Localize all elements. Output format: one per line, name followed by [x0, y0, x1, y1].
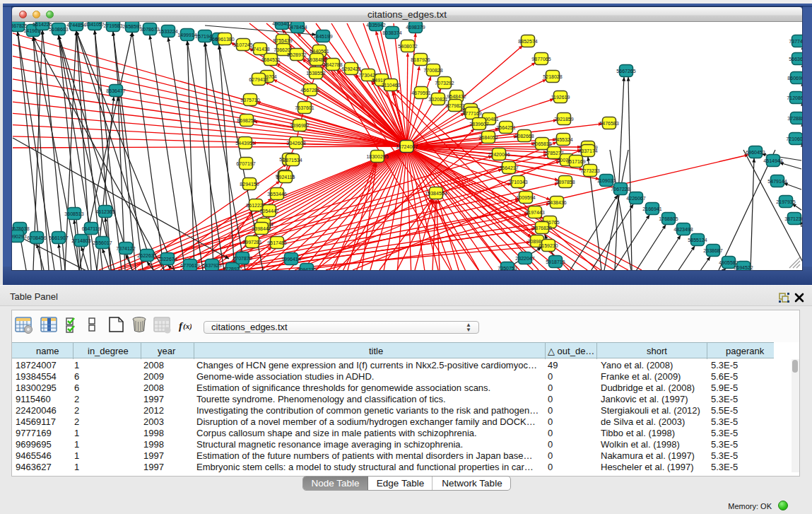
- svg-text:1445199: 1445199: [313, 34, 332, 39]
- svg-text:3684052: 3684052: [478, 135, 498, 140]
- svg-text:5661907: 5661907: [49, 235, 68, 240]
- svg-text:2458591: 2458591: [122, 24, 141, 29]
- svg-text:2322047: 2322047: [515, 256, 534, 261]
- svg-text:2867825: 2867825: [12, 23, 28, 28]
- svg-text:4905582: 4905582: [719, 260, 738, 265]
- svg-text:6279418: 6279418: [249, 77, 268, 82]
- svg-text:4226067: 4226067: [626, 196, 645, 201]
- svg-text:9996414: 9996414: [281, 257, 300, 262]
- svg-text:7273233: 7273233: [580, 168, 599, 173]
- svg-text:9897858: 9897858: [555, 180, 575, 185]
- svg-text:7455324: 7455324: [553, 137, 572, 142]
- svg-text:3342608: 3342608: [286, 141, 305, 146]
- svg-text:3653446: 3653446: [267, 192, 286, 197]
- svg-text:4842788: 4842788: [323, 62, 342, 67]
- svg-text:7374122: 7374122: [116, 246, 135, 251]
- svg-text:5528972: 5528972: [287, 52, 306, 57]
- svg-text:1768805: 1768805: [659, 216, 678, 221]
- svg-text:7210606: 7210606: [786, 136, 802, 141]
- svg-text:6440561: 6440561: [310, 49, 329, 54]
- svg-text:6159230: 6159230: [539, 243, 558, 248]
- svg-text:6292423: 6292423: [341, 66, 360, 71]
- svg-text:9548432: 9548432: [447, 94, 466, 99]
- svg-text:5663623: 5663623: [789, 57, 802, 62]
- svg-text:8606962: 8606962: [787, 76, 802, 81]
- svg-text:3094235: 3094235: [297, 267, 316, 271]
- svg-text:2839607: 2839607: [469, 122, 488, 127]
- svg-text:7120868: 7120868: [787, 95, 802, 100]
- svg-text:2338687: 2338687: [703, 248, 722, 253]
- svg-text:5855124: 5855124: [688, 238, 707, 243]
- svg-text:2556017: 2556017: [93, 240, 112, 245]
- svg-text:18300295: 18300295: [366, 154, 388, 159]
- svg-text:6960453: 6960453: [746, 150, 765, 155]
- svg-text:8698256: 8698256: [237, 118, 256, 123]
- svg-text:2166941: 2166941: [642, 206, 661, 211]
- svg-text:8536477: 8536477: [106, 88, 125, 93]
- svg-text:9517169: 9517169: [566, 159, 585, 164]
- svg-text:(x): (x): [183, 322, 192, 331]
- svg-text:2921859: 2921859: [554, 117, 573, 122]
- svg-text:8707870: 8707870: [233, 256, 252, 261]
- svg-text:2871534: 2871534: [283, 158, 302, 163]
- svg-text:7067228: 7067228: [611, 187, 630, 192]
- svg-text:8755439: 8755439: [273, 38, 292, 43]
- svg-text:4335942: 4335942: [366, 23, 385, 28]
- svg-text:9517485: 9517485: [267, 240, 286, 245]
- svg-text:1938483: 1938483: [307, 57, 326, 62]
- svg-text:7350753: 7350753: [498, 266, 517, 271]
- svg-text:1533224: 1533224: [158, 29, 177, 34]
- svg-text:3997281: 3997281: [242, 240, 261, 245]
- svg-text:7073292: 7073292: [435, 81, 454, 86]
- svg-text:3564217: 3564217: [499, 165, 518, 170]
- svg-text:4567281: 4567281: [300, 88, 319, 93]
- svg-text:4684531: 4684531: [261, 57, 280, 62]
- svg-text:8038374: 8038374: [382, 30, 401, 35]
- svg-text:4698379: 4698379: [406, 25, 425, 30]
- svg-text:6707197: 6707197: [236, 161, 255, 166]
- svg-text:6770619: 6770619: [180, 263, 199, 268]
- svg-text:3564251: 3564251: [496, 125, 515, 130]
- svg-text:5218028: 5218028: [543, 74, 562, 79]
- svg-text:18724007: 18724007: [396, 144, 418, 149]
- svg-text:8090293: 8090293: [12, 234, 27, 239]
- svg-text:3608513: 3608513: [64, 211, 83, 216]
- svg-text:3871230: 3871230: [784, 216, 802, 221]
- svg-text:5667265: 5667265: [616, 69, 635, 74]
- svg-text:1009594: 1009594: [516, 195, 535, 200]
- svg-text:9398441: 9398441: [252, 226, 271, 231]
- svg-text:2065818: 2065818: [532, 141, 551, 146]
- svg-text:8294150: 8294150: [240, 182, 259, 187]
- svg-text:3320821: 3320821: [428, 97, 447, 102]
- svg-text:9375710: 9375710: [240, 98, 259, 103]
- svg-text:4823498: 4823498: [673, 227, 693, 232]
- svg-text:2719583: 2719583: [103, 23, 122, 28]
- svg-text:4514944: 4514944: [763, 158, 782, 163]
- svg-text:7022674: 7022674: [158, 257, 177, 262]
- svg-text:4744854: 4744854: [66, 23, 86, 28]
- svg-text:5437923: 5437923: [202, 263, 221, 268]
- svg-text:1538552: 1538552: [306, 71, 325, 76]
- svg-text:3710343: 3710343: [508, 180, 527, 185]
- svg-text:8082668: 8082668: [514, 134, 534, 139]
- svg-text:9478454: 9478454: [288, 25, 307, 30]
- svg-text:5408072: 5408072: [398, 44, 417, 49]
- svg-text:4679591: 4679591: [411, 90, 430, 95]
- svg-text:7377459: 7377459: [789, 39, 802, 44]
- svg-text:7700828: 7700828: [423, 68, 442, 73]
- svg-text:6708456: 6708456: [27, 235, 46, 240]
- svg-text:5108603: 5108603: [49, 27, 68, 32]
- svg-text:6647119: 6647119: [82, 226, 101, 231]
- svg-text:5924115: 5924115: [276, 175, 295, 180]
- svg-text:2694522: 2694522: [734, 265, 753, 270]
- svg-text:19384554: 19384554: [425, 191, 447, 196]
- svg-text:5443951: 5443951: [235, 141, 254, 146]
- svg-text:1192619: 1192619: [551, 95, 570, 100]
- svg-text:6438436: 6438436: [547, 200, 566, 205]
- svg-text:2622631: 2622631: [137, 253, 156, 258]
- svg-text:22420046: 22420046: [488, 152, 510, 157]
- svg-text:3341057: 3341057: [85, 22, 104, 27]
- svg-text:1499914: 1499914: [177, 33, 196, 37]
- svg-text:3741438: 3741438: [250, 47, 269, 52]
- svg-text:5479144: 5479144: [767, 179, 787, 184]
